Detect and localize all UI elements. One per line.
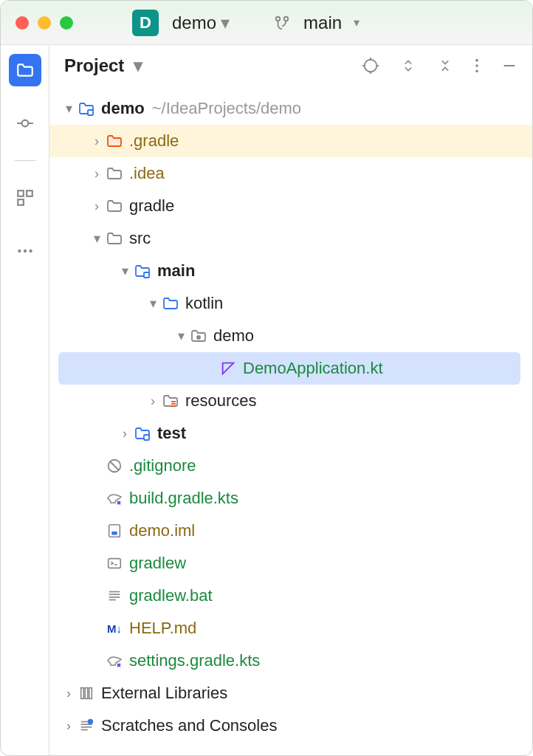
svg-rect-26: [144, 435, 149, 440]
svg-point-18: [475, 69, 478, 72]
tree-label: settings.gradle.kts: [129, 651, 260, 670]
select-opened-file-button[interactable]: [362, 58, 379, 74]
chevron-right-icon[interactable]: ›: [61, 686, 76, 701]
svg-rect-39: [89, 688, 92, 699]
tree-label: .gradle: [129, 131, 179, 151]
tree-node-main[interactable]: ▾ main: [49, 255, 532, 287]
tree-node-src[interactable]: ▾ src: [49, 222, 532, 255]
collapse-icon: [438, 58, 453, 74]
iml-file-icon: [104, 523, 125, 539]
project-tree[interactable]: ▾ demo ~/IdeaProjects/demo › .gradle › .…: [49, 86, 532, 755]
tree-node-help-md[interactable]: M↓ HELP.md: [49, 612, 532, 645]
chevron-right-icon[interactable]: ›: [145, 394, 160, 409]
kotlin-file-icon: [218, 360, 238, 377]
tree-node-build-gradle[interactable]: build.gradle.kts: [49, 482, 532, 515]
tree-node-demo-iml[interactable]: demo.iml: [49, 515, 532, 547]
svg-point-17: [475, 64, 478, 67]
chevron-right-icon[interactable]: ›: [89, 134, 104, 149]
expand-collapse-button[interactable]: [401, 58, 416, 74]
tree-label: test: [157, 424, 186, 443]
tree-label: build.gradle.kts: [129, 489, 238, 508]
close-window-button[interactable]: [16, 16, 29, 30]
tree-node-resources[interactable]: › resources: [49, 385, 532, 417]
tree-label: gradlew: [129, 554, 186, 573]
tree-label: DemoApplication.kt: [243, 359, 383, 378]
module-folder-icon: [132, 425, 153, 442]
hide-panel-button[interactable]: [501, 58, 517, 74]
tree-label: demo: [101, 99, 145, 118]
chevron-down-icon[interactable]: ▾: [61, 100, 76, 117]
chevron-down-icon[interactable]: ▾: [145, 295, 160, 312]
excluded-folder-icon: [104, 132, 125, 150]
commit-tool-button[interactable]: [9, 107, 41, 140]
tree-node-demo-pkg[interactable]: ▾ demo: [49, 320, 532, 352]
shell-file-icon: [104, 555, 125, 571]
resources-folder-icon: [160, 392, 181, 410]
minimize-icon: [501, 58, 517, 74]
project-tool-button[interactable]: [9, 54, 41, 86]
tree-node-idea[interactable]: › .idea: [49, 157, 532, 190]
chevron-down-icon[interactable]: ▾: [117, 263, 132, 279]
panel-options-button[interactable]: [475, 58, 479, 74]
commit-icon: [16, 114, 35, 133]
markdown-file-icon: M↓: [104, 622, 125, 635]
panel-title-dropdown[interactable]: Project ▾: [64, 55, 142, 76]
tree-node-gradle[interactable]: › gradle: [49, 190, 532, 222]
libraries-icon: [76, 685, 97, 701]
more-tool-button[interactable]: [9, 235, 41, 267]
tree-node-gitignore[interactable]: .gitignore: [49, 450, 532, 482]
svg-rect-31: [109, 559, 121, 568]
tree-label: .gitignore: [129, 456, 196, 475]
svg-rect-29: [109, 525, 120, 537]
chevron-right-icon[interactable]: ›: [89, 199, 104, 214]
svg-point-10: [29, 250, 32, 252]
collapse-all-button[interactable]: [438, 58, 453, 74]
chevron-right-icon[interactable]: ›: [89, 166, 104, 182]
tree-node-gradlew-bat[interactable]: gradlew.bat: [49, 580, 532, 612]
gradle-kts-icon: [104, 652, 125, 670]
tree-node-kotlin[interactable]: ▾ kotlin: [49, 287, 532, 320]
structure-icon: [16, 188, 35, 207]
folder-icon: [104, 165, 125, 182]
structure-tool-button[interactable]: [9, 182, 41, 214]
svg-point-8: [18, 250, 21, 252]
gradle-kts-icon: [104, 489, 125, 507]
svg-point-2: [21, 120, 28, 127]
maximize-window-button[interactable]: [60, 16, 73, 30]
svg-rect-37: [81, 688, 84, 699]
svg-point-11: [365, 59, 377, 72]
chevron-right-icon[interactable]: ›: [117, 426, 132, 441]
tree-node-gradle-hidden[interactable]: › .gradle: [49, 125, 532, 157]
tree-node-root[interactable]: ▾ demo ~/IdeaProjects/demo: [49, 92, 532, 125]
tree-node-gradlew[interactable]: gradlew: [49, 547, 532, 580]
vcs-branch-dropdown[interactable]: main ▾: [274, 13, 360, 33]
svg-rect-38: [85, 688, 88, 699]
tree-path: ~/IdeaProjects/demo: [152, 99, 301, 118]
tree-node-test[interactable]: › test: [49, 417, 532, 450]
tree-node-settings-gradle[interactable]: settings.gradle.kts: [49, 645, 532, 677]
chevron-right-icon[interactable]: ›: [61, 718, 76, 734]
chevron-down-icon[interactable]: ▾: [89, 230, 104, 247]
tree-label: External Libraries: [101, 684, 227, 703]
svg-point-22: [197, 336, 200, 339]
chevron-down-icon: ▾: [221, 13, 230, 32]
tree-label: .idea: [129, 164, 165, 183]
folder-icon: [104, 197, 125, 215]
project-name-dropdown[interactable]: demo▾: [172, 13, 230, 33]
svg-rect-5: [18, 190, 24, 196]
minimize-window-button[interactable]: [38, 16, 51, 30]
module-folder-icon: [132, 262, 153, 280]
tree-label: src: [129, 229, 151, 248]
tree-node-demo-application[interactable]: DemoApplication.kt: [58, 352, 520, 385]
more-horizontal-icon: [16, 241, 35, 261]
target-icon: [362, 58, 379, 74]
svg-point-9: [23, 250, 26, 252]
svg-point-44: [88, 719, 93, 724]
package-icon: [188, 327, 209, 345]
chevron-down-icon[interactable]: ▾: [173, 328, 188, 344]
left-sidebar: [1, 45, 49, 755]
tree-node-external-libraries[interactable]: › External Libraries: [49, 677, 532, 709]
tree-node-scratches[interactable]: › Scratches and Consoles: [49, 709, 532, 742]
titlebar: D demo▾ main ▾: [1, 1, 532, 45]
tree-label: demo: [213, 326, 254, 346]
